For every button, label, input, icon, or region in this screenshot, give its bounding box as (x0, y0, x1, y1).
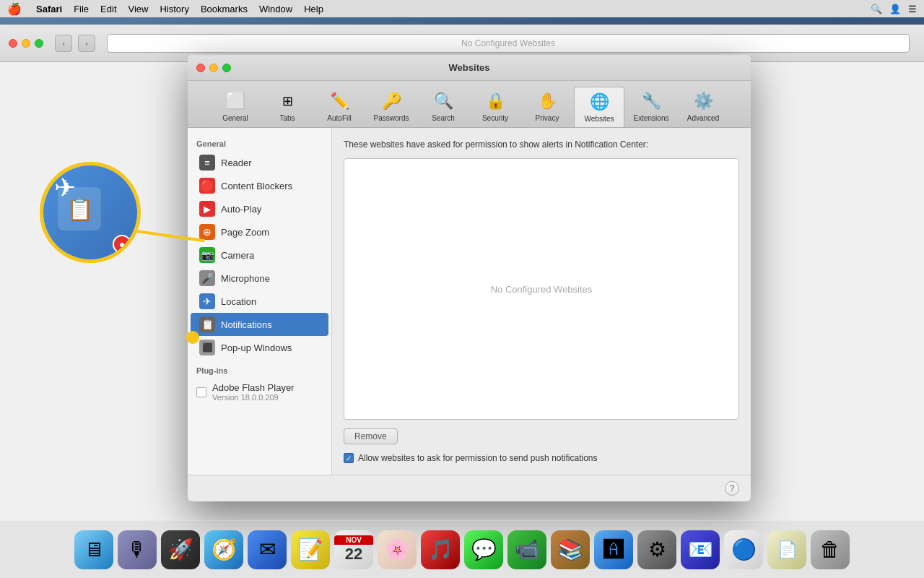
sidebar-item-content-blockers[interactable]: 🔴 Content Blockers (191, 174, 328, 197)
microphone-icon: 🎤 (199, 270, 215, 286)
safari-address-bar[interactable]: No Configured Websites (107, 34, 910, 53)
dock-appstore[interactable]: 🅰 (594, 530, 633, 569)
tab-autofill[interactable]: ✏️ AutoFill (314, 87, 365, 127)
prefs-title: Websites (449, 62, 490, 73)
dock-trash[interactable]: 🗑 (811, 530, 850, 569)
notifications-icon: 📋 (199, 316, 215, 332)
sidebar-item-flash[interactable]: Adobe Flash Player Version 18.0.0.209 (188, 378, 331, 406)
sidebar-item-pagezoom[interactable]: ⊕ Page Zoom (191, 220, 328, 243)
search-placeholder: No Configured Websites (461, 38, 555, 48)
menubar-safari[interactable]: Safari (36, 4, 62, 14)
prefs-footer: ? (188, 475, 751, 501)
menubar-view[interactable]: View (128, 4, 149, 14)
tab-advanced[interactable]: ⚙️ Advanced (678, 87, 728, 127)
menubar-list-icon[interactable]: ☰ (908, 4, 917, 14)
tab-extensions[interactable]: 🔧 Extensions (626, 87, 676, 127)
tab-search-label: Search (432, 114, 455, 122)
push-notifications-checkbox[interactable]: ✓ (344, 453, 354, 463)
prefs-main: These websites have asked for permission… (332, 128, 751, 475)
tab-autofill-label: AutoFill (327, 114, 351, 122)
prefs-maximize-btn[interactable] (222, 64, 231, 72)
dock-chrome[interactable]: 🔵 (724, 530, 763, 569)
website-list: No Configured Websites (344, 158, 739, 420)
sidebar-item-notifications[interactable]: 📋 Notifications (191, 313, 328, 336)
sidebar-reader-label: Reader (221, 158, 252, 168)
menubar-file[interactable]: File (74, 4, 89, 14)
tab-security[interactable]: 🔒 Security (470, 87, 520, 127)
push-notifications-label: Allow websites to ask for permission to … (358, 453, 598, 463)
remove-button[interactable]: Remove (344, 428, 398, 444)
menubar-help[interactable]: Help (304, 4, 323, 14)
tab-passwords[interactable]: 🔑 Passwords (366, 87, 417, 127)
reader-icon: ≡ (199, 155, 215, 171)
location-icon: ✈ (199, 293, 215, 309)
help-button[interactable]: ? (725, 481, 739, 496)
dock-pages[interactable]: 📄 (767, 530, 806, 569)
tab-tabs-label: Tabs (279, 114, 295, 122)
tab-privacy[interactable]: ✋ Privacy (522, 87, 572, 127)
dock-mail[interactable]: ✉ (248, 530, 287, 569)
dock-music[interactable]: 🎵 (421, 530, 460, 569)
security-icon: 🔒 (484, 90, 507, 113)
sidebar-item-microphone[interactable]: 🎤 Microphone (191, 267, 328, 290)
advanced-icon: ⚙️ (692, 90, 715, 113)
flash-name: Adobe Flash Player (212, 382, 294, 393)
tab-search[interactable]: 🔍 Search (418, 87, 468, 127)
tab-security-label: Security (482, 114, 508, 122)
sidebar-item-popup[interactable]: ⬛ Pop-up Windows (191, 336, 328, 359)
popup-icon: ⬛ (199, 340, 215, 355)
sidebar-camera-label: Camera (221, 250, 254, 261)
safari-close-btn[interactable] (9, 39, 17, 48)
apple-menu[interactable]: 🍎 (7, 2, 22, 16)
menubar-bookmarks[interactable]: Bookmarks (201, 4, 248, 14)
dock-sysprefs[interactable]: ⚙ (637, 530, 676, 569)
dock-facetime[interactable]: 📹 (507, 530, 546, 569)
flash-checkbox[interactable] (196, 387, 206, 397)
sidebar-content-blockers-label: Content Blockers (221, 181, 292, 191)
menubar-edit[interactable]: Edit (100, 4, 116, 14)
privacy-icon: ✋ (536, 90, 559, 113)
prefs-traffic-lights (196, 64, 231, 72)
safari-forward-btn[interactable]: › (78, 35, 95, 52)
push-notifications-row: ✓ Allow websites to ask for permission t… (344, 453, 739, 463)
sidebar-pagezoom-label: Page Zoom (221, 227, 269, 238)
dock-calendar[interactable]: NOV 22 (334, 530, 373, 569)
desktop: ‹ › No Configured Websites Websites ⬜ Ge… (0, 17, 924, 578)
dock-safari[interactable]: 🧭 (204, 530, 243, 569)
pagezoom-icon: ⊕ (199, 224, 215, 240)
menubar-user-icon[interactable]: 👤 (889, 4, 901, 14)
camera-icon: 📷 (199, 247, 215, 263)
prefs-close-btn[interactable] (196, 64, 205, 72)
sidebar-item-reader[interactable]: ≡ Reader (191, 151, 328, 174)
sidebar-item-camera[interactable]: 📷 Camera (191, 243, 328, 267)
dock-messages[interactable]: 💬 (464, 530, 503, 569)
prefs-sidebar: General ≡ Reader 🔴 Content Blockers ▶ Au… (188, 128, 332, 475)
dock-books[interactable]: 📚 (551, 530, 590, 569)
sidebar-item-location[interactable]: ✈ Location (191, 290, 328, 313)
safari-back-btn[interactable]: ‹ (55, 35, 72, 52)
menubar-history[interactable]: History (160, 4, 188, 14)
dock-finder[interactable]: 🖥 (74, 530, 113, 569)
dock-siri[interactable]: 🎙 (118, 530, 157, 569)
sidebar-location-label: Location (221, 296, 256, 307)
dock-outlook[interactable]: 📧 (681, 530, 720, 569)
safari-maximize-btn[interactable] (35, 39, 43, 48)
prefs-actions: Remove (344, 428, 739, 444)
tab-general[interactable]: ⬜ General (210, 87, 261, 127)
tab-tabs[interactable]: ⊞ Tabs (262, 87, 313, 127)
dock-photos[interactable]: 🌸 (378, 530, 417, 569)
sidebar-item-autoplay[interactable]: ▶ Auto-Play (191, 197, 328, 220)
tab-advanced-label: Advanced (687, 114, 719, 122)
tab-websites[interactable]: 🌐 Websites (574, 87, 624, 127)
safari-minimize-btn[interactable] (22, 39, 30, 48)
menubar-window[interactable]: Window (259, 4, 292, 14)
passwords-icon: 🔑 (380, 90, 403, 113)
sidebar-autoplay-label: Auto-Play (221, 204, 261, 215)
prefs-minimize-btn[interactable] (209, 64, 218, 72)
dock-notes[interactable]: 📝 (291, 530, 330, 569)
dock-launchpad[interactable]: 🚀 (161, 530, 200, 569)
autofill-icon: ✏️ (328, 90, 351, 113)
callout-content: ✈ ● 📋 (43, 165, 137, 259)
menubar-search-icon[interactable]: 🔍 (871, 4, 882, 14)
tab-privacy-label: Privacy (536, 114, 559, 122)
